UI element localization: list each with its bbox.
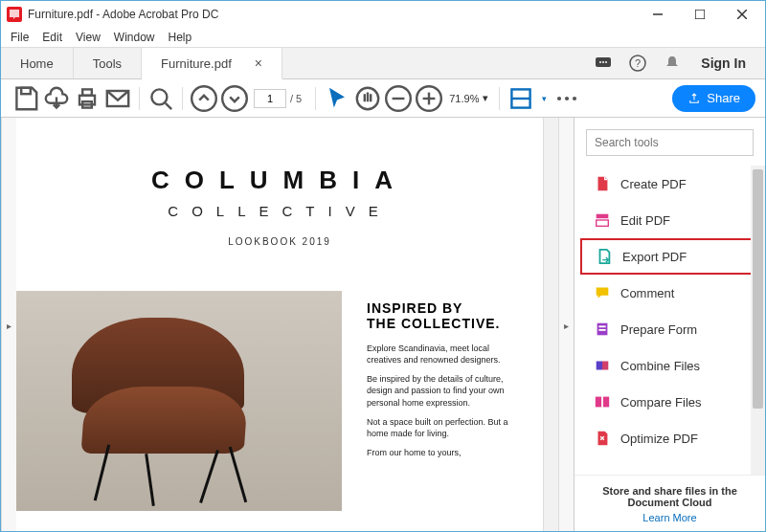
print-icon[interactable] bbox=[72, 83, 102, 114]
promo-line1: Store and share files in the bbox=[586, 485, 754, 497]
page-down-icon[interactable] bbox=[219, 83, 250, 114]
cloud-icon[interactable] bbox=[41, 83, 72, 114]
tool-compare-files[interactable]: Compare Files bbox=[580, 384, 759, 420]
chevron-down-icon: ▾ bbox=[483, 92, 488, 104]
svg-rect-33 bbox=[598, 329, 605, 331]
svg-rect-32 bbox=[598, 325, 605, 327]
doc-heading-2: THE COLLECTIVE. bbox=[367, 316, 524, 331]
create-pdf-icon bbox=[594, 175, 611, 192]
menubar: File Edit View Window Help bbox=[1, 28, 765, 47]
tool-create-pdf[interactable]: Create PDF bbox=[580, 166, 759, 202]
right-panel-toggle[interactable]: ▸ bbox=[558, 118, 574, 532]
svg-rect-36 bbox=[596, 397, 601, 408]
close-button[interactable] bbox=[721, 1, 763, 28]
svg-rect-10 bbox=[21, 87, 31, 93]
tool-optimize-pdf[interactable]: Optimize PDF bbox=[580, 420, 759, 456]
fit-width-icon[interactable] bbox=[506, 83, 536, 114]
combine-files-icon bbox=[594, 357, 611, 374]
tool-label: Combine Files bbox=[620, 359, 700, 373]
menu-window[interactable]: Window bbox=[114, 31, 155, 44]
page-number-input[interactable]: 1 bbox=[254, 89, 286, 108]
tab-close-icon[interactable]: × bbox=[255, 55, 262, 71]
window-title: Furniture.pdf - Adobe Acrobat Pro DC bbox=[28, 8, 218, 21]
selection-tool-icon[interactable] bbox=[322, 83, 352, 114]
more-tools-icon[interactable] bbox=[552, 83, 582, 114]
doc-paragraph: From our home to yours, bbox=[367, 447, 524, 458]
tool-edit-pdf[interactable]: Edit PDF bbox=[580, 202, 759, 238]
tool-label: Edit PDF bbox=[620, 213, 670, 228]
tab-tools[interactable]: Tools bbox=[74, 48, 142, 78]
menu-help[interactable]: Help bbox=[169, 31, 192, 44]
tab-document-label: Furniture.pdf bbox=[161, 56, 232, 71]
left-panel-toggle[interactable]: ▸ bbox=[1, 118, 16, 532]
search-icon[interactable] bbox=[146, 83, 176, 114]
svg-point-27 bbox=[565, 96, 569, 100]
zoom-out-icon[interactable] bbox=[383, 83, 414, 114]
svg-rect-30 bbox=[597, 220, 609, 226]
window-titlebar: Furniture.pdf - Adobe Acrobat Pro DC bbox=[1, 1, 765, 28]
svg-point-7 bbox=[605, 61, 607, 63]
tool-combine-files[interactable]: Combine Files bbox=[580, 347, 759, 384]
tool-label: Prepare Form bbox=[620, 322, 697, 337]
main-area: ▸ COLUMBIA COLLECTIVE LOOKBOOK 2019 INSP… bbox=[1, 118, 765, 532]
comment-icon bbox=[594, 284, 611, 301]
svg-rect-29 bbox=[597, 214, 609, 219]
tool-comment[interactable]: Comment bbox=[580, 275, 759, 311]
chat-icon[interactable] bbox=[594, 54, 613, 73]
svg-point-15 bbox=[151, 89, 167, 104]
document-scrollbar[interactable] bbox=[543, 118, 558, 532]
share-label: Share bbox=[707, 91, 740, 105]
tools-search bbox=[586, 129, 754, 156]
optimize-pdf-icon bbox=[594, 430, 611, 447]
share-button[interactable]: Share bbox=[672, 85, 755, 112]
tab-home[interactable]: Home bbox=[1, 48, 74, 78]
doc-paragraph: Explore Scandinavia, meet local creative… bbox=[367, 343, 524, 366]
svg-point-17 bbox=[192, 86, 216, 111]
doc-brand-line2: COLLECTIVE bbox=[16, 203, 543, 219]
page-up-icon[interactable] bbox=[189, 83, 219, 114]
fit-dropdown-icon[interactable]: ▾ bbox=[536, 83, 552, 114]
search-input[interactable] bbox=[586, 129, 754, 156]
learn-more-link[interactable]: Learn More bbox=[586, 512, 754, 523]
tools-panel: Create PDF Edit PDF Export PDF Comment P… bbox=[574, 118, 765, 532]
doc-brand-line1: COLUMBIA bbox=[16, 166, 543, 195]
sign-in-link[interactable]: Sign In bbox=[697, 55, 750, 71]
doc-paragraph: Not a space built on perfection. But a h… bbox=[367, 416, 524, 439]
svg-rect-12 bbox=[82, 89, 92, 95]
zoom-value: 71.9% bbox=[449, 93, 479, 104]
tab-tools-label: Tools bbox=[93, 56, 122, 71]
tools-scrollbar[interactable] bbox=[751, 166, 765, 475]
help-icon[interactable]: ? bbox=[628, 54, 647, 73]
svg-rect-37 bbox=[603, 397, 609, 408]
document-page[interactable]: COLUMBIA COLLECTIVE LOOKBOOK 2019 INSPIR… bbox=[16, 118, 543, 532]
svg-rect-35 bbox=[602, 362, 608, 370]
menu-file[interactable]: File bbox=[11, 31, 29, 44]
tool-label: Create PDF bbox=[620, 177, 687, 191]
svg-line-16 bbox=[166, 102, 171, 108]
tool-export-pdf[interactable]: Export PDF bbox=[580, 238, 759, 275]
svg-point-26 bbox=[557, 96, 561, 100]
compare-files-icon bbox=[594, 393, 611, 410]
app-icon bbox=[7, 7, 22, 22]
promo-line2: Document Cloud bbox=[586, 497, 754, 508]
email-icon[interactable] bbox=[102, 83, 133, 114]
doc-heading-1: INSPIRED BY bbox=[367, 300, 524, 316]
zoom-dropdown[interactable]: 71.9%▾ bbox=[444, 89, 493, 107]
menu-view[interactable]: View bbox=[76, 31, 101, 44]
svg-rect-34 bbox=[597, 362, 602, 370]
doc-hero-image bbox=[16, 291, 342, 511]
minimize-button[interactable] bbox=[637, 1, 679, 28]
hand-tool-icon[interactable] bbox=[352, 83, 383, 114]
tool-prepare-form[interactable]: Prepare Form bbox=[580, 311, 759, 347]
maximize-button[interactable] bbox=[679, 1, 721, 28]
svg-point-5 bbox=[599, 61, 601, 63]
doc-lookbook: LOOKBOOK 2019 bbox=[16, 236, 543, 247]
tool-label: Optimize PDF bbox=[620, 432, 698, 446]
svg-rect-1 bbox=[695, 10, 705, 19]
notifications-icon[interactable] bbox=[663, 54, 682, 73]
tool-label: Compare Files bbox=[620, 395, 702, 410]
menu-edit[interactable]: Edit bbox=[42, 31, 62, 44]
save-icon[interactable] bbox=[11, 83, 41, 114]
zoom-in-icon[interactable] bbox=[414, 83, 444, 114]
tab-document[interactable]: Furniture.pdf × bbox=[142, 48, 282, 79]
